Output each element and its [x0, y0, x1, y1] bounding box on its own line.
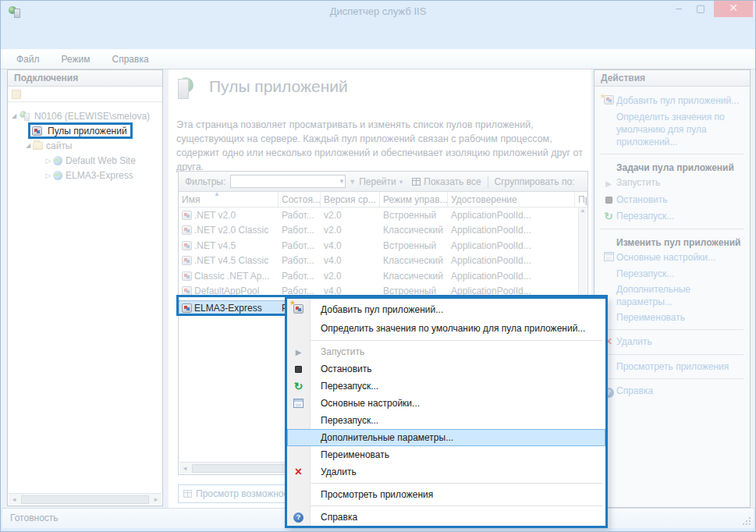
scroll-left-icon[interactable]: ◂ — [9, 495, 20, 505]
column-header-status[interactable]: Состоя... — [279, 192, 321, 207]
table-row[interactable]: .NET v4.5 Работ... v4.0 Встроенный Appli… — [179, 238, 587, 254]
actions-divider — [601, 154, 744, 154]
action-help[interactable]: Справка — [601, 385, 744, 398]
action-basic-settings[interactable]: Основные настройки... — [601, 251, 744, 264]
expander-open-icon[interactable]: ◢ — [23, 142, 33, 149]
show-all-button[interactable]: Показать все — [424, 176, 481, 187]
status-text: Готовность — [10, 512, 59, 523]
menu-help[interactable]: Справка — [112, 54, 149, 65]
action-recycling[interactable]: Перезапуск... — [601, 268, 744, 280]
expander-closed-icon[interactable]: ▷ — [44, 157, 53, 165]
context-help[interactable]: Справка — [287, 509, 605, 526]
filter-input[interactable]: ▾ — [230, 175, 346, 188]
action-rename[interactable]: Переименовать — [601, 311, 744, 324]
actions-divider — [601, 354, 744, 355]
tree-item-server[interactable]: ◢ N0106 (ELEWISE\smelova) — [8, 108, 162, 123]
column-header-identity[interactable]: Удостоверение — [448, 192, 575, 207]
table-row[interactable]: .NET v4.5 Classic Работ... v4.0 Классиче… — [179, 254, 587, 269]
action-advanced-settings[interactable]: Дополнительные параметры... — [601, 283, 744, 308]
column-header-pipeline-mode[interactable]: Режим управ... — [380, 192, 448, 207]
context-remove[interactable]: × Удалить — [287, 463, 605, 481]
chevron-down-icon[interactable]: ▾ — [399, 178, 403, 186]
tree-item-label: N0106 (ELEWISE\smelova) — [34, 111, 150, 122]
context-rename[interactable]: Переименовать — [287, 446, 605, 463]
scroll-right-icon[interactable]: ▸ — [151, 495, 161, 505]
cell-identity: ApplicationPoolId... — [448, 207, 575, 223]
funnel-icon: ▼ — [349, 178, 356, 186]
maximize-button[interactable]: ▢ — [690, 1, 711, 17]
action-remove[interactable]: × Удалить — [601, 335, 744, 349]
action-recycle[interactable]: ↻ Перезапуск... — [601, 210, 744, 223]
action-start: ▶ Запустить — [601, 176, 744, 190]
connections-toolbar — [8, 87, 162, 102]
scroll-left-icon[interactable]: ◂ — [179, 463, 190, 473]
tree-item-elma3-express[interactable]: ▷ ELMA3-Express — [8, 168, 162, 183]
cell-version: v2.0 — [321, 268, 380, 284]
actions-divider — [601, 378, 744, 379]
app-pool-icon — [182, 211, 192, 220]
cell-mode: Встроенный — [380, 207, 448, 223]
cell-name: DefaultAppPool — [194, 286, 259, 296]
menu-file[interactable]: Файл — [16, 54, 40, 65]
table-row[interactable]: .NET v2.0 Classic Работ... v2.0 Классиче… — [179, 223, 587, 239]
scrollbar-thumb[interactable] — [21, 495, 149, 504]
action-set-defaults[interactable]: Определить значения по умолчанию для пул… — [601, 111, 744, 148]
actions-group-edit-pool: Изменить пул приложений — [616, 237, 744, 248]
group-by-label[interactable]: Сгруппировать по: — [495, 176, 575, 187]
tree-item-application-pools[interactable]: Пулы приложений — [8, 123, 162, 138]
expander-open-icon[interactable]: ◢ — [9, 112, 19, 119]
context-recycling[interactable]: Перезапуск... — [287, 412, 605, 429]
go-button[interactable]: Перейти — [359, 176, 396, 187]
cell-name: .NET v2.0 Classic — [194, 225, 268, 236]
tree-item-sites[interactable]: ◢ сайты — [8, 138, 162, 153]
context-view-applications[interactable]: Просмотреть приложения — [287, 486, 605, 503]
app-pool-icon — [182, 256, 192, 265]
site-globe-icon — [53, 156, 62, 165]
action-stop[interactable]: Остановить — [601, 193, 744, 207]
close-button[interactable]: ✕ — [714, 1, 753, 17]
context-stop[interactable]: Остановить — [287, 360, 605, 378]
actions-header: Действия — [595, 70, 750, 87]
page-description: Эта страница позволяет просматривать и и… — [176, 118, 587, 175]
cell-status: Работ... — [279, 223, 321, 239]
filter-toolbar: Фильтры: ▾ ▼ Перейти ▾ Показать все Сгру… — [179, 172, 587, 192]
expander-closed-icon[interactable]: ▷ — [44, 172, 53, 179]
cell-name: .NET v4.5 — [194, 240, 236, 251]
connections-horizontal-scrollbar[interactable]: ◂ ▸ — [9, 493, 161, 505]
menu-bar: Файл Режим Справка — [1, 49, 755, 69]
cell-mode: Классический — [380, 254, 448, 269]
app-pool-icon — [182, 225, 192, 235]
context-advanced-settings[interactable]: Дополнительные параметры... — [287, 429, 605, 446]
action-add-app-pool[interactable]: Добавить пул приложений... — [601, 94, 744, 108]
recycle-icon: ↻ — [604, 210, 613, 222]
tree-item-label: Пулы приложений — [48, 126, 127, 137]
context-recycle[interactable]: ↻ Перезапуск... — [287, 378, 605, 395]
chevron-down-icon[interactable]: ▾ — [340, 177, 344, 185]
basic-settings-icon — [293, 399, 303, 408]
column-header-clr-version[interactable]: Версия ср... — [321, 192, 380, 207]
cell-status: Работ... — [279, 268, 321, 284]
tree-item-label: Default Web Site — [66, 155, 136, 166]
application-pools-page-icon — [178, 76, 190, 88]
site-globe-icon — [53, 171, 62, 180]
scroll-up-icon[interactable]: ▲ — [580, 207, 586, 213]
context-set-defaults[interactable]: Определить значения по умолчанию для пул… — [287, 319, 605, 338]
app-pool-icon — [182, 271, 192, 281]
table-row[interactable]: Classic .NET Ap... Работ... v2.0 Классич… — [179, 268, 587, 284]
cell-name: .NET v2.0 — [194, 210, 236, 221]
menu-view[interactable]: Режим — [62, 54, 91, 65]
table-row[interactable]: .NET v2.0 Работ... v2.0 Встроенный Appli… — [179, 207, 587, 223]
action-view-applications[interactable]: Просмотреть приложения — [601, 360, 744, 373]
delete-icon: × — [295, 466, 302, 477]
cell-name: Classic .NET Ap... — [194, 271, 269, 282]
minimize-button[interactable]: – — [669, 1, 689, 17]
cell-identity: ApplicationPoolId... — [448, 223, 575, 239]
resize-grip[interactable] — [741, 516, 751, 525]
save-connection-icon[interactable] — [12, 90, 21, 99]
tree-item-default-web-site[interactable]: ▷ Default Web Site — [8, 153, 162, 168]
column-header-applications[interactable]: При. — [575, 192, 587, 207]
column-header-name[interactable]: ▲Имя — [179, 192, 279, 207]
context-add-app-pool[interactable]: Добавить пул приложений... — [287, 300, 605, 319]
context-basic-settings[interactable]: Основные настройки... — [287, 395, 605, 412]
app-pool-icon — [182, 286, 192, 296]
